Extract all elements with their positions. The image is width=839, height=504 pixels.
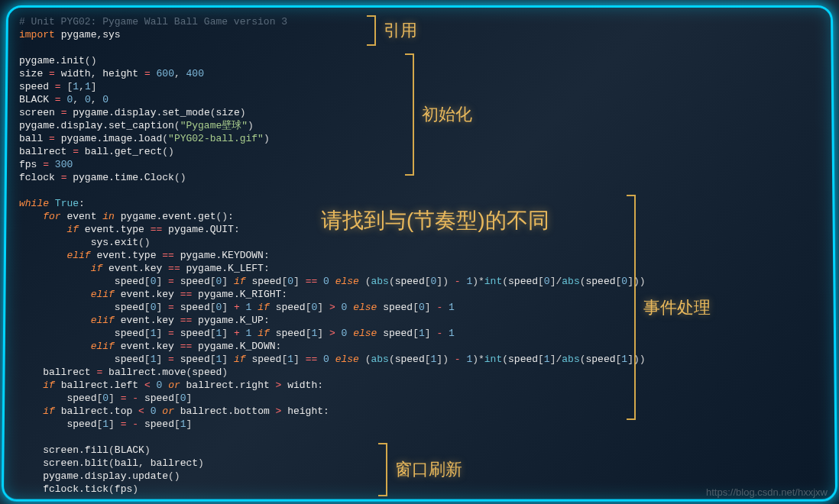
code-line: fps = 300 [19,158,646,171]
code-line: fclock = pygame.time.Clock() [19,171,646,184]
annotation-label: 初始化 [422,103,472,126]
code-line: pygame.display.set_caption("Pygame壁球") [19,119,646,132]
code-line: speed[1] = speed[1] + 1 if speed[1] > 0 … [19,327,646,340]
bracket-icon [386,443,387,496]
question-prompt: 请找到与(节奏型)的不同 [321,206,549,235]
annotation-init: 初始化 [413,53,472,176]
code-line: speed[0] = speed[0] + 1 if speed[0] > 0 … [19,301,646,314]
code-line: screen.blit(ball, ballrect) [19,457,646,470]
code-line: if event.key == pygame.K_LEFT: [19,262,646,275]
bracket-icon [413,53,414,176]
code-line: if ballrect.left < 0 or ballrect.right >… [19,379,646,392]
code-editor: # Unit PYG02: Pygame Wall Ball Game vers… [19,15,646,496]
code-line [19,41,646,54]
annotation-label: 窗口刷新 [395,458,462,481]
code-line: elif event.key == pygame.K_UP: [19,314,646,327]
code-line: screen.fill(BLACK) [19,444,646,457]
code-line: fclock.tick(fps) [19,483,646,496]
code-line: elif event.key == pygame.K_RIGHT: [19,288,646,301]
code-line: speed[0] = speed[0] if speed[0] == 0 els… [19,275,646,288]
code-line: pygame.display.update() [19,470,646,483]
code-line [19,431,646,444]
code-line: if ballrect.top < 0 or ballrect.bottom >… [19,405,646,418]
annotation-import: 引用 [374,15,417,46]
code-line: ballrect = ball.get_rect() [19,145,646,158]
code-line: speed = [1,1] [19,80,646,93]
code-line: pygame.init() [19,54,646,67]
annotation-label: 事件处理 [643,296,711,319]
bracket-icon [634,195,636,420]
code-line: ball = pygame.image.load("PYG02-ball.gif… [19,132,646,145]
code-line: BLACK = 0, 0, 0 [19,93,646,106]
code-line: elif event.key == pygame.K_DOWN: [19,340,646,353]
annotation-label: 引用 [384,19,417,42]
annotation-events: 事件处理 [634,195,711,420]
code-line: screen = pygame.display.set_mode(size) [19,106,646,119]
code-line [19,184,646,197]
code-line: speed[1] = - speed[1] [19,418,646,431]
code-line: sys.exit() [19,236,646,249]
code-line: ballrect = ballrect.move(speed) [19,366,646,379]
code-line: elif event.type == pygame.KEYDOWN: [19,249,646,262]
watermark: https://blog.csdn.net/hxxjxw [706,486,828,498]
code-line: speed[1] = speed[1] if speed[1] == 0 els… [19,353,646,366]
code-line: import pygame,sys [19,28,646,41]
code-line: # Unit PYG02: Pygame Wall Ball Game vers… [19,15,646,28]
bracket-icon [374,15,376,46]
code-line: speed[0] = - speed[0] [19,392,646,405]
code-line: size = width, height = 600, 400 [19,67,646,80]
annotation-refresh: 窗口刷新 [386,443,462,496]
